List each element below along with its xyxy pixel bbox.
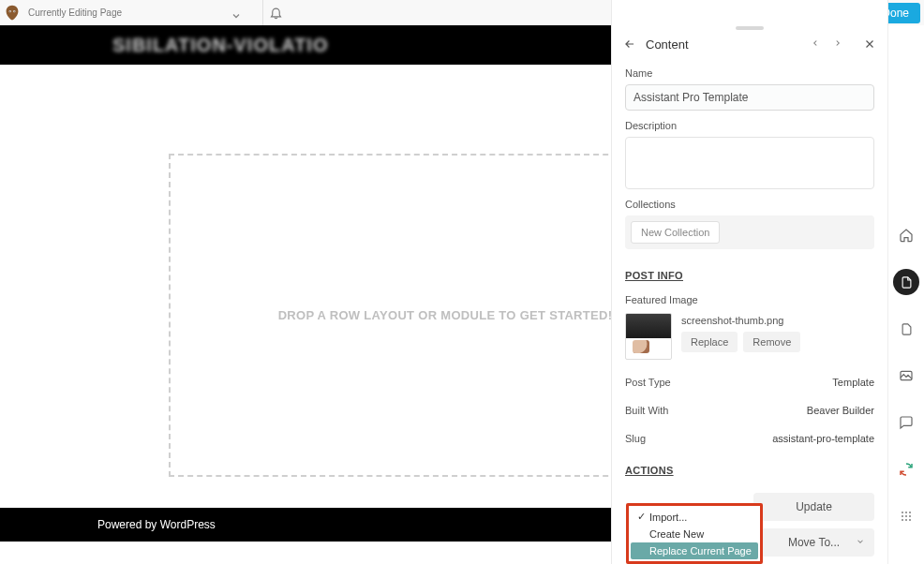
svg-point-7 <box>909 512 911 513</box>
import-option-import[interactable]: ✓ Import... <box>631 508 758 526</box>
slug-value: assistant-pro-template <box>772 433 874 444</box>
page-icon[interactable] <box>893 269 919 295</box>
replace-image-button[interactable]: Replace <box>681 332 738 352</box>
import-dropdown-menu: ✓ Import... Create New Replace Current P… <box>626 503 763 564</box>
collections-input[interactable]: New Collection <box>625 215 874 249</box>
panel-drag-handle[interactable] <box>612 25 887 31</box>
checkmark-icon: ✓ <box>636 511 646 523</box>
name-label: Name <box>625 67 874 79</box>
move-to-button[interactable]: Move To... <box>753 528 874 557</box>
svg-point-10 <box>909 515 911 517</box>
new-collection-chip[interactable]: New Collection <box>631 221 720 244</box>
svg-point-9 <box>905 515 907 517</box>
svg-point-6 <box>905 512 907 513</box>
featured-image-thumb[interactable] <box>625 313 672 360</box>
svg-point-13 <box>909 519 911 521</box>
prev-button[interactable] <box>811 37 820 51</box>
home-icon[interactable] <box>893 222 919 248</box>
built-with-row: Built With Beaver Builder <box>625 405 874 416</box>
panel-header: Content <box>612 32 887 56</box>
actions-heading: ACTIONS <box>625 465 874 476</box>
app-logo <box>0 0 24 25</box>
svg-point-8 <box>902 515 903 517</box>
post-type-value: Template <box>832 377 874 388</box>
panel-title: Content <box>646 37 689 52</box>
post-type-label: Post Type <box>625 377 671 388</box>
chevron-down-icon <box>856 536 865 549</box>
collections-label: Collections <box>625 199 874 210</box>
notifications-button[interactable] <box>263 0 288 25</box>
svg-point-5 <box>902 512 903 513</box>
svg-point-12 <box>905 519 907 521</box>
right-rail <box>887 25 924 564</box>
page-switcher[interactable] <box>231 0 259 25</box>
built-with-label: Built With <box>625 405 668 416</box>
slug-label: Slug <box>625 433 646 444</box>
featured-image-row: screenshot-thumb.png Replace Remove <box>625 313 874 360</box>
import-option-replace-current[interactable]: Replace Current Page <box>631 542 758 559</box>
description-input[interactable] <box>625 137 874 189</box>
apps-icon[interactable] <box>893 503 919 529</box>
featured-image-label: Featured Image <box>625 294 874 305</box>
file-icon[interactable] <box>893 316 919 342</box>
next-button[interactable] <box>833 37 842 51</box>
svg-point-2 <box>9 10 10 11</box>
post-info-heading: POST INFO <box>625 270 874 281</box>
back-button[interactable] <box>623 37 636 51</box>
svg-point-11 <box>902 519 903 521</box>
close-button[interactable] <box>863 37 876 51</box>
content-panel: Content Name Description Collections New… <box>611 0 888 564</box>
import-option-create-new[interactable]: Create New <box>631 526 758 542</box>
description-label: Description <box>625 120 874 131</box>
comment-icon[interactable] <box>893 409 919 436</box>
sync-icon[interactable] <box>893 456 919 482</box>
page-header-blurred-title: SIBILATION-VIOLATIO <box>112 35 328 56</box>
panel-body: Name Description Collections New Collect… <box>612 58 887 564</box>
built-with-value: Beaver Builder <box>807 405 874 416</box>
slug-row: Slug assistant-pro-template <box>625 433 874 444</box>
update-button[interactable]: Update <box>753 493 874 521</box>
image-icon[interactable] <box>893 363 919 389</box>
remove-image-button[interactable]: Remove <box>743 332 800 352</box>
name-input[interactable] <box>625 84 874 111</box>
editing-title: Currently Editing Page <box>24 7 127 19</box>
featured-image-filename: screenshot-thumb.png <box>681 313 800 326</box>
footer-text: Powered by WordPress <box>97 518 216 531</box>
dropzone-message: DROP A ROW LAYOUT OR MODULE TO GET START… <box>278 308 613 322</box>
post-type-row: Post Type Template <box>625 377 874 388</box>
svg-point-3 <box>14 10 15 11</box>
editing-eyebrow: Currently Editing Page <box>28 7 122 19</box>
